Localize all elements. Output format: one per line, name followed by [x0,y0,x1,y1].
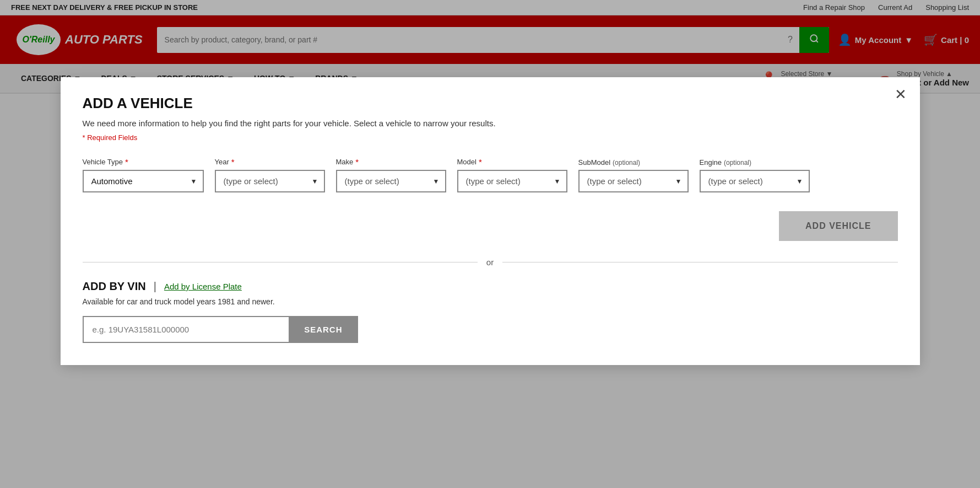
modal-close-button[interactable]: ✕ [895,87,907,94]
add-vehicle-modal: ✕ ADD A VEHICLE We need more information… [61,77,920,94]
modal-overlay[interactable]: ✕ ADD A VEHICLE We need more information… [0,0,980,94]
